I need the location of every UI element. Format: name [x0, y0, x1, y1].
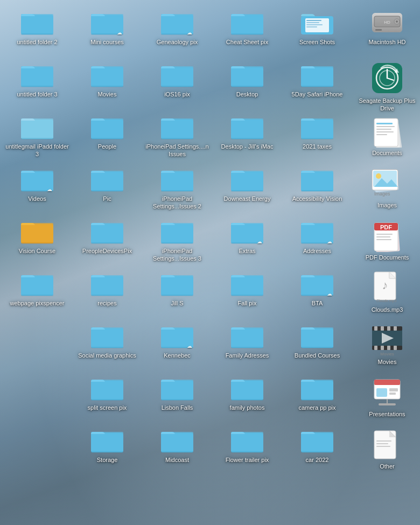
svg-rect-122 [161, 295, 193, 296]
desktop-item-desktop[interactable]: Desktop [212, 57, 282, 109]
svg-rect-28 [21, 86, 53, 87]
desktop-item-accessibility-vision[interactable]: Accessibility Vision [282, 161, 352, 213]
item-label-presentations: Presentations [369, 410, 405, 418]
svg-rect-151 [394, 326, 397, 331]
desktop-item-videos[interactable]: ☁ Videos [2, 161, 72, 213]
folder-icon-downeast-energy [230, 165, 264, 193]
svg-rect-188 [301, 451, 333, 453]
svg-rect-171 [374, 380, 400, 385]
svg-rect-116 [21, 295, 53, 296]
folder-icon-people [90, 113, 124, 141]
folder-icon-vision-course [20, 218, 54, 246]
desktop-item-car-2022[interactable]: car 2022 [282, 422, 352, 474]
desktop-item-seagate-backup[interactable]: Seagate Backup Plus Drive [352, 57, 420, 109]
item-label-pdf-documents: PDF Documents [366, 254, 409, 261]
desktop-item-split-screen-pix[interactable]: split screen pix [72, 370, 142, 422]
desktop-item-camera-pp-pix[interactable]: camera pp pix [282, 370, 352, 422]
desktop-item-pdf-documents[interactable]: PDF PDF Documents [352, 213, 420, 265]
folder-icon-accessibility-vision [300, 165, 334, 193]
desktop-item-family-photos[interactable]: family photos [212, 370, 282, 422]
desktop-item-screen-shots[interactable]: Screen Shots [282, 4, 352, 57]
folder-icon-cheat-sheet-pix [230, 9, 264, 37]
svg-rect-67 [376, 129, 391, 130]
item-label-addresses: Addresses [303, 247, 331, 255]
item-label-geneaology-pix: Geneaology pix [157, 38, 198, 46]
desktop-item-family-adresses[interactable]: Family Adresses [212, 318, 282, 370]
desktop-item-midcoast[interactable]: Midcoast [142, 422, 212, 474]
desktop-item-people[interactable]: People [72, 109, 142, 161]
desktop-item-geneaology-pix[interactable]: ☁ Geneaology pix [142, 4, 212, 57]
svg-rect-179 [91, 451, 123, 453]
svg-rect-192 [376, 446, 390, 447]
item-label-movies: Movies [98, 90, 117, 98]
desktop-item-bundled-courses[interactable]: Bundled Courses [282, 318, 352, 370]
desktop-item-fall-pix[interactable]: Fall pix [212, 265, 282, 318]
desktop-item-movies[interactable]: Movies [72, 57, 142, 109]
item-label-vision-course: Vision Course [19, 247, 55, 255]
svg-text:HD: HD [384, 20, 390, 25]
folder-icon-iphoneipad-settings-3 [160, 218, 194, 246]
desktop-item-downeast-energy[interactable]: Downeast Energy [212, 161, 282, 213]
desktop-item-pic[interactable]: Pic [72, 161, 142, 213]
item-label-untitled-folder-3: untitled folder 3 [17, 90, 57, 98]
item-label-recipes: recipes [97, 299, 116, 307]
desktop-item-5day-safari[interactable]: 5Day Safari iPhone [282, 57, 352, 109]
desktop-item-macintosh-hd[interactable]: HD Macintosh HD [352, 4, 420, 57]
desktop-item-ios16-pix[interactable]: iOS16 pix [142, 57, 212, 109]
desktop-item-taxes-2021[interactable]: 2021 taxes [282, 109, 352, 161]
item-label-flower-trailer-pix: Flower trailer pix [226, 456, 269, 464]
desktop-item-recipes[interactable]: recipes [72, 265, 142, 318]
desktop-item-webpage-pixspencer[interactable]: webpage pixspencer [2, 265, 72, 318]
svg-point-89 [376, 173, 381, 179]
desktop-item-desktop-jills-imac[interactable]: Desktop - Jill's iMac [212, 109, 282, 161]
desktop-item-jill-s[interactable]: Jill S [142, 265, 212, 318]
desktop-item-iphoneipad-settings-3[interactable]: iPhoneiPad Settings...Issues 3 [142, 213, 212, 265]
desktop-item-movies-right[interactable]: Movies Movies [352, 318, 420, 370]
desktop-item-other[interactable]: Other [352, 422, 420, 474]
folder-icon-addresses: ☁ [300, 218, 334, 246]
desktop-item-kennebec[interactable]: ☁ Kennebec [142, 318, 212, 370]
item-label-5day-safari: 5Day Safari iPhone [292, 90, 343, 98]
item-label-jill-s: Jill S [171, 299, 183, 307]
desktop-item-preopledevicespix[interactable]: PreopleDevicesPix [72, 213, 142, 265]
item-label-other: Other [380, 463, 395, 470]
desktop-item-storage[interactable]: Storage [72, 422, 142, 474]
desktop-item-addresses[interactable]: ☁ Addresses [282, 213, 352, 265]
desktop-item-untitled-folder-2[interactable]: untitled folder 2 [2, 4, 72, 57]
svg-rect-78 [161, 190, 193, 192]
desktop-item-clouds-mp3[interactable]: ♪ Clouds.mp3 Clouds.mp3 [352, 265, 420, 318]
imgstack-icon-images: Images [370, 165, 404, 200]
desktop-item-vision-course[interactable]: Vision Course [2, 213, 72, 265]
desktop-item-iphoneipad-settings-2[interactable]: iPhoneiPad Settings...Issues 2 [142, 161, 212, 213]
folder-icon-recipes [90, 270, 124, 298]
item-label-family-photos: family photos [230, 404, 265, 411]
svg-rect-160 [91, 399, 123, 401]
desktop-item-cheat-sheet-pix[interactable]: Cheat Sheet pix [212, 4, 282, 57]
item-label-accessibility-vision: Accessibility Vision [292, 195, 342, 202]
desktop-item-lisbon-falls[interactable]: Lisbon Falls [142, 370, 212, 422]
svg-rect-17 [306, 26, 317, 27]
folder-icon-desktop [230, 61, 264, 89]
folder-icon-webpage-pixspencer [20, 270, 54, 298]
folder-icon-5day-safari [300, 61, 334, 89]
desktop-item-bta[interactable]: ☁ BTA [282, 265, 352, 318]
cloud-badge-extras: ☁ [257, 239, 262, 244]
cloud-badge-videos: ☁ [47, 186, 52, 192]
desktop-item-extras[interactable]: ☁ Extras [212, 213, 282, 265]
item-label-lisbon-falls: Lisbon Falls [162, 404, 193, 411]
desktop-item-documents[interactable]: Documents [352, 109, 420, 161]
desktop-item-presentations[interactable]: Presentations [352, 370, 420, 422]
desktop-item-untitlegmail[interactable]: untitlegmail iPadd folder 3 [2, 109, 72, 161]
item-label-documents: Documents [372, 149, 402, 157]
desktop-item-untitled-folder-3[interactable]: untitled folder 3 [2, 57, 72, 109]
item-label-images: Images [377, 201, 397, 209]
desktop-item-images[interactable]: Images Images [352, 161, 420, 213]
desktop-item-iphoneipad-settings-n[interactable]: iPhoneiPad Settings....n Issues [142, 109, 212, 161]
folder-icon-ios16-pix [160, 61, 194, 89]
svg-rect-155 [394, 346, 397, 350]
desktop-item-mini-courses[interactable]: ☁ Mini courses [72, 4, 142, 57]
desktop-item-flower-trailer-pix[interactable]: Flower trailer pix [212, 422, 282, 474]
desktop-item-social-media-graphics[interactable]: Social media graphics [72, 318, 142, 370]
folder-icon-pic [90, 165, 124, 193]
item-label-screen-shots: Screen Shots [299, 38, 335, 46]
